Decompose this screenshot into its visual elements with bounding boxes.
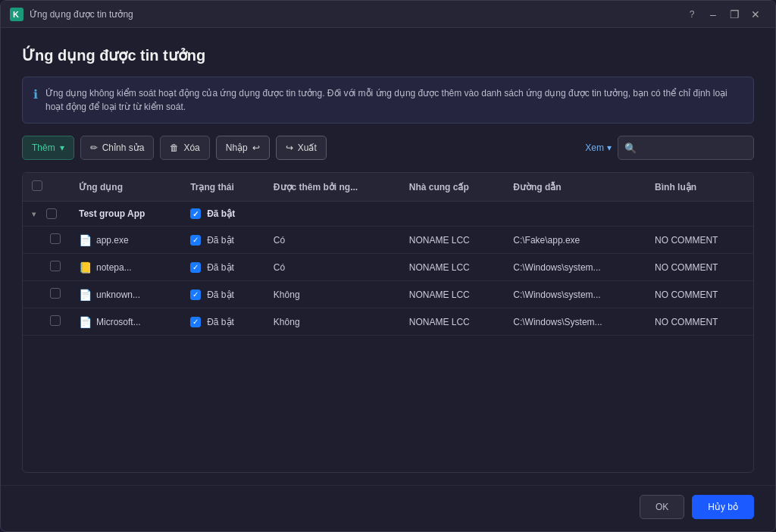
info-text: Ứng dụng không kiểm soát hoạt động của ứ… (45, 86, 743, 114)
table-row: 📒 notepa... ✓ Đã bật Có NONAME LCC (23, 254, 753, 281)
col-path: Đường dẫn (504, 173, 646, 202)
row-1-added-by: Có (264, 254, 400, 281)
table-container: Ứng dụng Trạng thái Được thêm bởi ng... … (22, 172, 754, 473)
row-1-status-check[interactable]: ✓ (190, 262, 201, 273)
row-2-comment: NO COMMENT (646, 281, 753, 308)
row-2-provider: NONAME LCC (400, 281, 504, 308)
add-button[interactable]: Thêm ▾ (22, 136, 74, 160)
col-provider: Nhà cung cấp (400, 173, 504, 202)
group-name: Test group App (70, 202, 181, 227)
group-checkbox[interactable] (46, 208, 57, 219)
row-0-status: ✓ Đã bật (181, 227, 264, 254)
footer: OK Hủy bỏ (1, 485, 775, 531)
main-window: K Ứng dụng được tin tưởng ? – ❐ ✕ Ứng dụ… (0, 0, 776, 532)
page-title: Ứng dụng được tin tưởng (22, 46, 754, 64)
col-status: Trạng thái (181, 173, 264, 202)
apps-table: Ứng dụng Trạng thái Được thêm bởi ng... … (23, 173, 753, 336)
chevron-down-icon: ▾ (32, 210, 36, 218)
delete-button[interactable]: 🗑 Xóa (160, 136, 209, 160)
delete-label: Xóa (183, 142, 199, 153)
main-content: Ứng dụng được tin tưởng ℹ Ứng dụng không… (1, 28, 775, 485)
row-0-checkbox-cell[interactable] (23, 227, 70, 254)
info-banner: ℹ Ứng dụng không kiểm soát hoạt động của… (22, 77, 754, 124)
row-2-status-check[interactable]: ✓ (190, 289, 201, 300)
toolbar: Thêm ▾ ✏ Chỉnh sửa 🗑 Xóa Nhập ↩ ↪ Xuất X… (22, 136, 754, 160)
import-button[interactable]: Nhập ↩ (216, 136, 270, 160)
row-1-comment: NO COMMENT (646, 254, 753, 281)
row-1-provider: NONAME LCC (400, 254, 504, 281)
row-3-checkbox-cell[interactable] (23, 308, 70, 336)
row-3-app: 📄 Microsoft... (70, 308, 181, 336)
col-comment: Bình luận (646, 173, 753, 202)
export-button[interactable]: ↪ Xuất (276, 136, 327, 160)
table-row: ▾ Test group App ✓ Đã bật (23, 202, 753, 227)
cancel-button[interactable]: Hủy bỏ (692, 495, 754, 519)
group-expand-cell[interactable]: ▾ (23, 202, 70, 227)
file-icon: 📄 (79, 234, 92, 246)
row-1-checkbox[interactable] (50, 261, 61, 271)
export-label: Xuất (298, 142, 317, 153)
row-2-status: ✓ Đã bật (181, 281, 264, 308)
row-2-app: 📄 unknown... (70, 281, 181, 308)
edit-icon: ✏ (90, 142, 98, 153)
row-3-added-by: Không (264, 308, 400, 336)
title-bar: K Ứng dụng được tin tưởng ? – ❐ ✕ (1, 1, 775, 28)
close-button[interactable]: ✕ (745, 5, 766, 23)
col-app: Ứng dụng (70, 173, 181, 202)
row-0-provider: NONAME LCC (400, 227, 504, 254)
window-title: Ứng dụng được tin tưởng (30, 9, 681, 20)
col-added-by: Được thêm bởi ng... (264, 173, 400, 202)
row-0-checkbox[interactable] (50, 233, 61, 244)
row-2-checkbox-cell[interactable] (23, 281, 70, 308)
row-0-app: 📄 app.exe (70, 227, 181, 254)
row-1-app: 📒 notepa... (70, 254, 181, 281)
row-0-comment: NO COMMENT (646, 227, 753, 254)
table-row: 📄 Microsoft... ✓ Đã bật Không NONAME LCC (23, 308, 753, 336)
row-0-status-check[interactable]: ✓ (190, 235, 201, 246)
export-icon: ↪ (286, 142, 293, 153)
trash-icon: 🗑 (170, 142, 179, 153)
maximize-button[interactable]: ❐ (724, 5, 745, 23)
file-icon: 📄 (79, 289, 92, 301)
group-status-checkbox[interactable]: ✓ (190, 208, 201, 219)
search-icon: 🔍 (624, 142, 637, 154)
row-1-path: C:\Windows\system... (504, 254, 646, 281)
row-1-status: ✓ Đã bật (181, 254, 264, 281)
view-button[interactable]: Xem ▾ (585, 142, 612, 153)
edit-button[interactable]: ✏ Chỉnh sửa (80, 136, 155, 160)
row-3-checkbox[interactable] (50, 315, 61, 326)
row-3-path: C:\Windows\System... (504, 308, 646, 336)
import-label: Nhập (226, 142, 248, 153)
ok-button[interactable]: OK (640, 495, 684, 519)
row-2-path: C:\Windows\system... (504, 281, 646, 308)
edit-label: Chỉnh sửa (102, 142, 145, 153)
search-box[interactable]: 🔍 (618, 136, 754, 160)
table-header-row: Ứng dụng Trạng thái Được thêm bởi ng... … (23, 173, 753, 202)
import-icon: ↩ (252, 142, 260, 153)
add-label: Thêm (32, 142, 55, 153)
row-2-added-by: Không (264, 281, 400, 308)
search-input[interactable] (641, 142, 755, 153)
row-3-comment: NO COMMENT (646, 308, 753, 336)
chevron-down-icon: ▾ (60, 142, 64, 153)
table-row: 📄 unknown... ✓ Đã bật Không NONAME LCC (23, 281, 753, 308)
file-icon: 📒 (79, 261, 92, 274)
view-label: Xem (585, 142, 604, 153)
help-button[interactable]: ? (681, 5, 702, 23)
row-3-status: ✓ Đã bật (181, 308, 264, 336)
minimize-button[interactable]: – (702, 5, 724, 23)
file-icon: 📄 (79, 316, 92, 328)
info-icon: ℹ (33, 87, 38, 102)
row-0-path: C:\Fake\app.exe (504, 227, 646, 254)
row-3-provider: NONAME LCC (400, 308, 504, 336)
row-2-checkbox[interactable] (50, 288, 61, 299)
row-3-status-check[interactable]: ✓ (190, 317, 201, 327)
header-checkbox[interactable] (32, 180, 42, 191)
group-status: ✓ Đã bật (181, 202, 264, 227)
row-1-checkbox-cell[interactable] (23, 254, 70, 281)
view-chevron-icon: ▾ (607, 142, 612, 153)
row-0-added-by: Có (264, 227, 400, 254)
svg-text:K: K (13, 10, 19, 19)
table-row: 📄 app.exe ✓ Đã bật Có NONAME LCC (23, 227, 753, 254)
app-logo: K (10, 8, 23, 21)
